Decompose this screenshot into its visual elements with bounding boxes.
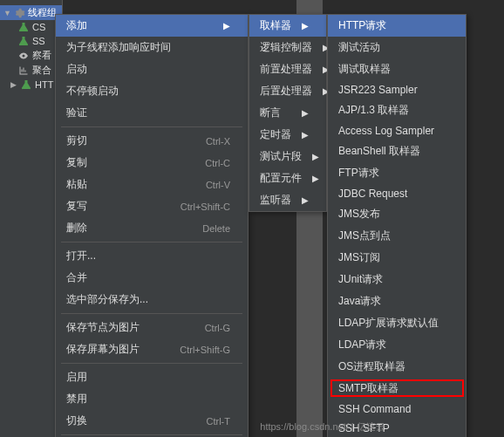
- tree-item[interactable]: SS: [0, 34, 62, 48]
- menu-label: 测试活动: [338, 40, 380, 55]
- menu-item-sampler-option[interactable]: JMS订阅: [328, 247, 466, 269]
- menu-item-paste[interactable]: 粘贴Ctrl-V: [56, 174, 248, 195]
- menu-item-sampler[interactable]: 取样器▶: [249, 15, 326, 37]
- menu-item-sampler-option[interactable]: AJP/1.3 取样器: [328, 99, 466, 121]
- menu-label: 合并: [66, 270, 87, 285]
- menu-item-sampler-option[interactable]: HTTP请求: [328, 15, 466, 37]
- menu-label: SMTP取样器: [338, 381, 398, 396]
- expand-arrow-icon: ▼: [3, 9, 10, 17]
- menu-label: 后置处理器: [260, 84, 312, 99]
- flask-icon: [17, 21, 30, 33]
- menu-item-sampler-option[interactable]: SMTP取样器: [328, 378, 466, 399]
- menu-item-save-selection-as[interactable]: 选中部分保存为...: [56, 289, 248, 311]
- menu-item-sampler-option[interactable]: OS进程取样器: [328, 356, 466, 378]
- menu-label: 保存屏幕为图片: [66, 342, 140, 357]
- chevron-right-icon: ▶: [302, 130, 309, 140]
- menu-item-sampler-option[interactable]: 调试取样器: [328, 58, 466, 80]
- menu-label: 禁用: [66, 392, 87, 406]
- menu-item-open[interactable]: 打开...: [56, 245, 248, 267]
- menu-label: 添加: [66, 18, 87, 33]
- menu-item-save-screen-as-image[interactable]: 保存屏幕为图片Ctrl+Shift-G: [56, 338, 248, 360]
- menu-label: 切换: [66, 413, 87, 428]
- menu-separator: [61, 313, 242, 314]
- menu-label: 定时器: [260, 127, 291, 142]
- menu-label: OS进程取样器: [338, 359, 405, 374]
- menu-label: JDBC Request: [338, 188, 407, 200]
- menu-item-logic-controller[interactable]: 逻辑控制器▶: [249, 37, 326, 58]
- menu-label: 取样器: [260, 18, 291, 33]
- menu-label: JSR223 Sampler: [338, 84, 418, 96]
- menu-item-merge[interactable]: 合并: [56, 267, 248, 289]
- tree-item-label: 察看: [32, 49, 51, 62]
- menu-label: 复写: [66, 199, 87, 214]
- menu-label: 启用: [66, 370, 87, 385]
- menu-label: 选中部分保存为...: [66, 292, 148, 307]
- menu-item-assertion[interactable]: 断言▶: [249, 102, 326, 124]
- menu-label: LDAP请求: [338, 338, 386, 352]
- menu-item-sampler-option[interactable]: Access Log Sampler: [328, 121, 466, 140]
- menu-label: 测试片段: [260, 149, 302, 164]
- menu-item-pre-processor[interactable]: 前置处理器▶: [249, 58, 326, 80]
- menu-item-start[interactable]: 启动: [56, 58, 248, 80]
- menu-item-test-fragment[interactable]: 测试片段▶: [249, 146, 326, 167]
- menu-item-enable[interactable]: 启用: [56, 366, 248, 388]
- menu-label: JMS点到点: [338, 229, 391, 243]
- menu-item-disable[interactable]: 禁用: [56, 388, 248, 410]
- menu-label: 调试取样器: [338, 62, 391, 77]
- menu-item-sampler-option[interactable]: LDAP请求: [328, 334, 466, 356]
- menu-label: BeanShell 取样器: [338, 144, 420, 159]
- menu-item-delete[interactable]: 删除Delete: [56, 217, 248, 239]
- tree-item-thread-group[interactable]: ▼ 线程组: [0, 5, 62, 20]
- menu-item-add[interactable]: 添加 ▶: [56, 15, 248, 37]
- menu-item-sampler-option[interactable]: JMS点到点: [328, 225, 466, 247]
- menu-label: 打开...: [66, 249, 96, 263]
- menu-label: 保存节点为图片: [66, 320, 140, 335]
- menu-label: AJP/1.3 取样器: [338, 103, 409, 118]
- tree-item[interactable]: 察看: [0, 48, 62, 63]
- menu-item-validate[interactable]: 验证: [56, 102, 248, 124]
- menu-item-sampler-option[interactable]: JMS发布: [328, 203, 466, 225]
- menu-item-sampler-option[interactable]: Java请求: [328, 290, 466, 312]
- menu-item-listener[interactable]: 监听器▶: [249, 189, 326, 211]
- menu-item-copy[interactable]: 复制Ctrl-C: [56, 152, 248, 174]
- menu-separator: [61, 126, 242, 127]
- tree-item[interactable]: 聚合: [0, 63, 62, 78]
- expand-arrow-icon: ▶: [10, 80, 17, 89]
- tree-item-label: SS: [32, 36, 45, 46]
- menu-item-switch[interactable]: 切换Ctrl-T: [56, 410, 248, 432]
- menu-item-post-processor[interactable]: 后置处理器▶: [249, 80, 326, 102]
- menu-separator: [61, 434, 242, 435]
- menu-item-config-element[interactable]: 配置元件▶: [249, 167, 326, 189]
- shortcut-label: Ctrl+Shift-C: [180, 201, 230, 212]
- menu-item-sampler-option[interactable]: JUnit请求: [328, 269, 466, 290]
- flask-icon: [20, 79, 32, 91]
- menu-item-start-no-pause[interactable]: 不停顿启动: [56, 80, 248, 102]
- tree-item[interactable]: ▶ HTT: [0, 78, 62, 92]
- menu-label: SSH Command: [338, 403, 411, 415]
- menu-item-sampler-option[interactable]: FTP请求: [328, 162, 466, 184]
- menu-item-add-think-time[interactable]: 为子线程添加响应时间: [56, 37, 248, 58]
- menu-item-save-node-as-image[interactable]: 保存节点为图片Ctrl-G: [56, 317, 248, 338]
- menu-item-sampler-option[interactable]: LDAP扩展请求默认值: [328, 312, 466, 334]
- menu-label: 不停顿启动: [66, 84, 119, 99]
- menu-item-duplicate[interactable]: 复写Ctrl+Shift-C: [56, 195, 248, 217]
- shortcut-label: Ctrl-T: [207, 416, 231, 427]
- chevron-right-icon: ▶: [302, 108, 309, 118]
- menu-label: LDAP扩展请求默认值: [338, 316, 439, 331]
- flask-icon: [17, 35, 30, 47]
- menu-label: 启动: [66, 62, 87, 77]
- chevron-right-icon: ▶: [312, 152, 319, 161]
- menu-item-sampler-option[interactable]: BeanShell 取样器: [328, 140, 466, 162]
- menu-item-timer[interactable]: 定时器▶: [249, 124, 326, 146]
- menu-item-sampler-option[interactable]: 测试活动: [328, 37, 466, 58]
- menu-label: 断言: [260, 106, 281, 120]
- chart-icon: [17, 65, 30, 77]
- menu-item-sampler-option[interactable]: JSR223 Sampler: [328, 80, 466, 99]
- shortcut-label: Ctrl-V: [206, 180, 230, 190]
- menu-item-sampler-option[interactable]: JDBC Request: [328, 184, 466, 203]
- menu-item-cut[interactable]: 剪切Ctrl-X: [56, 130, 248, 152]
- tree-item[interactable]: CS: [0, 20, 62, 34]
- menu-label: 粘贴: [66, 177, 87, 192]
- menu-item-sampler-option[interactable]: SSH Command: [328, 399, 466, 419]
- tree-item-label: 聚合: [32, 64, 51, 77]
